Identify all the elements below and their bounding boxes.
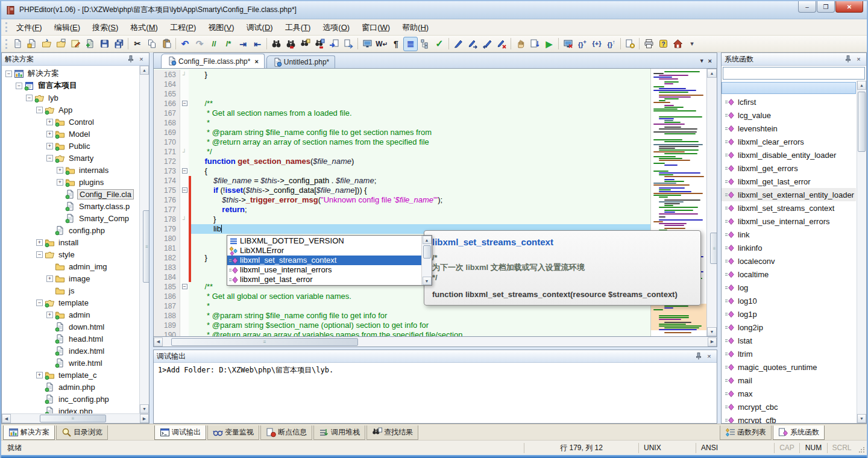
panel-tab-变量监视[interactable]: 变量监视	[207, 425, 259, 440]
code-line-190[interactable]: 190 * @return array an array of variable…	[154, 330, 650, 337]
pin-icon[interactable]	[126, 55, 135, 63]
function-item-lstat[interactable]: lstat	[722, 334, 856, 347]
tree-item-admin_img[interactable]: admin_img	[2, 260, 149, 272]
tree-toggle-icon[interactable]: +	[36, 372, 43, 378]
function-item-magic_quotes_runtime[interactable]: magic_quotes_runtime	[722, 360, 856, 374]
export-icon[interactable]	[341, 37, 356, 51]
save-all-icon[interactable]	[112, 37, 126, 51]
tree-item-Smarty_Comp[interactable]: Smarty_Comp	[2, 212, 149, 224]
format-doc-icon[interactable]	[527, 37, 542, 51]
scroll-down-icon[interactable]: ▼	[423, 277, 432, 285]
resize-grip[interactable]	[856, 441, 867, 455]
autocomplete-scroll-thumb[interactable]	[423, 245, 431, 259]
add-file-icon[interactable]	[83, 37, 97, 51]
tree-item-inc_config.php[interactable]: inc_config.php	[2, 393, 149, 405]
panel-tab-函数列表[interactable]: 函数列表	[720, 425, 772, 440]
autocomplete-item-libxml_get_last_error[interactable]: libxml_get_last_error	[227, 275, 421, 284]
script-settings-icon[interactable]	[623, 37, 637, 51]
code-line-169[interactable]: 169 * @param string $file_name config fi…	[154, 128, 650, 137]
close-document-icon[interactable]: ×	[708, 57, 712, 64]
tree-toggle-icon[interactable]: +	[46, 119, 53, 125]
code-line-178[interactable]: 178┘ }	[154, 215, 650, 224]
code-line-173[interactable]: 173− {	[154, 166, 650, 176]
menu-item-文件(F)[interactable]: 文件(F)	[10, 21, 48, 34]
function-item-levenshtein[interactable]: levenshtein	[722, 122, 856, 135]
bookmark-clear-icon[interactable]	[494, 37, 509, 51]
tree-toggle-icon[interactable]: −	[5, 71, 12, 77]
open-file-icon[interactable]	[39, 37, 54, 51]
overflow-icon[interactable]: ▾	[685, 37, 699, 51]
tree-item-Smarty.class.p[interactable]: Smarty.class.p	[2, 200, 149, 212]
menu-item-工程(P)[interactable]: 工程(P)	[164, 21, 202, 34]
save-icon[interactable]	[97, 37, 112, 51]
run-icon[interactable]: ▶	[542, 37, 556, 51]
brace-open-icon[interactable]: {}+	[575, 37, 590, 51]
scroll-down-icon[interactable]: ▼	[707, 327, 717, 336]
cut-icon[interactable]: ✂	[130, 37, 145, 51]
document-tab-Config_File.class.php*[interactable]: Config_File.class.php*×	[161, 54, 265, 68]
scroll-down-icon[interactable]: ▼	[140, 404, 149, 413]
preview-icon[interactable]	[360, 37, 374, 51]
function-item-libxml_disable_entity_loader[interactable]: libxml_disable_entity_loader	[722, 148, 856, 162]
paste-icon[interactable]	[159, 37, 174, 51]
syntax-check-icon[interactable]: ✓	[432, 37, 447, 51]
word-wrap-icon[interactable]: W↵	[374, 37, 389, 51]
tree-toggle-icon[interactable]: −	[16, 83, 22, 89]
tree-item-config.php[interactable]: config.php	[2, 224, 149, 236]
tree-item-write.html[interactable]: write.html	[2, 357, 149, 369]
pin-icon[interactable]	[694, 352, 703, 360]
undo-icon[interactable]: ↶	[178, 37, 192, 51]
fold-marker-icon[interactable]: −	[180, 282, 189, 292]
code-line-164[interactable]: 164	[154, 80, 650, 89]
tree-toggle-icon[interactable]: −	[46, 155, 53, 162]
show-paragraph-icon[interactable]: ¶	[389, 37, 403, 51]
menu-item-编辑(E)[interactable]: 编辑(E)	[48, 21, 86, 34]
tree-vertical-scrollbar[interactable]: ▲ ≡ ▼	[139, 66, 149, 413]
replace-icon[interactable]	[283, 37, 298, 51]
goto-line-icon[interactable]	[327, 37, 341, 51]
code-line-165[interactable]: 165	[154, 89, 650, 99]
panel-tab-调试输出[interactable]: 调试输出	[154, 425, 206, 440]
autocomplete-scrollbar[interactable]: ▲ ▼	[421, 236, 432, 285]
menu-item-窗口(W)[interactable]: 窗口(W)	[356, 21, 396, 34]
close-icon[interactable]: ×	[854, 55, 863, 63]
print-icon[interactable]	[641, 37, 656, 51]
tree-toggle-icon[interactable]: −	[36, 107, 43, 113]
function-search-input[interactable]	[723, 67, 865, 80]
close-tab-icon[interactable]: ×	[254, 58, 258, 65]
menu-item-格式(M)[interactable]: 格式(M)	[124, 21, 164, 34]
function-item-linkinfo[interactable]: linkinfo	[722, 241, 856, 254]
editor-vertical-scrollbar[interactable]: ▲ ≡ ▼	[706, 69, 717, 336]
tree-toggle-icon[interactable]: +	[46, 143, 53, 149]
menu-item-视图(V)[interactable]: 视图(V)	[202, 21, 240, 34]
code-line-177[interactable]: 177 return;	[154, 205, 650, 215]
menu-item-帮助(H)[interactable]: 帮助(H)	[396, 21, 435, 34]
function-item-libxml_set_streams_context[interactable]: libxml_set_streams_context	[722, 201, 856, 215]
brace-add-icon[interactable]: {+}	[590, 37, 604, 51]
document-tab-Untitled1.php*[interactable]: Untitled1.php*	[266, 55, 335, 68]
uncomment-icon[interactable]: /*	[221, 37, 236, 51]
open-folder-icon[interactable]	[54, 37, 68, 51]
tree-item-留言本项目[interactable]: −留言本项目	[2, 80, 149, 92]
function-item-lcg_value[interactable]: lcg_value	[722, 108, 856, 122]
function-item-link[interactable]: link	[722, 228, 856, 241]
tree-item-internals[interactable]: +internals	[2, 164, 149, 176]
code-line-172[interactable]: 172 function get_section_names($file_nam…	[154, 157, 650, 166]
tree-item-template[interactable]: −template	[2, 296, 149, 309]
tree-toggle-icon[interactable]: +	[36, 239, 43, 246]
tree-item-js[interactable]: js	[2, 284, 149, 296]
close-icon[interactable]: ×	[137, 55, 146, 63]
find-icon[interactable]	[269, 37, 283, 51]
code-line-167[interactable]: 167 * Get all section names from a loade…	[154, 108, 650, 118]
fold-marker-icon[interactable]: ┘	[180, 70, 189, 80]
find-in-files-icon[interactable]	[298, 37, 312, 51]
tree-item-head.html[interactable]: head.html	[2, 333, 149, 345]
function-item-mcrypt_cfb[interactable]: mcrypt_cfb	[722, 413, 856, 423]
editor-horizontal-scrollbar[interactable]: ◀ ≡ ▶	[153, 337, 717, 347]
fold-marker-icon[interactable]: ┘	[180, 147, 189, 157]
panel-tab-断点信息[interactable]: 断点信息	[260, 425, 312, 440]
code-line-171[interactable]: 171┘ */	[154, 147, 650, 157]
function-item-libxml_set_external_entity_loader[interactable]: libxml_set_external_entity_loader	[722, 188, 856, 201]
debug-window-icon[interactable]	[561, 37, 575, 51]
scroll-left-icon[interactable]: ◀	[154, 337, 163, 347]
